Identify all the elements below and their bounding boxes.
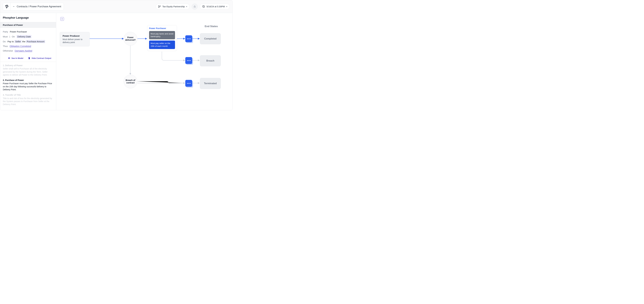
node-power-purchaser-panel[interactable]: Power Purchaser Must pay taxes and avoid…: [147, 25, 177, 51]
breadcrumb-current: Power Purchase Agreement: [30, 5, 61, 8]
expand-button-breach[interactable]: [185, 57, 192, 64]
expand-button-terminated[interactable]: [185, 80, 192, 87]
breadcrumb-pill: ← Contracts / Power Purchase Agreement: [3, 3, 64, 10]
eye-icon: [8, 57, 10, 59]
app-logo[interactable]: [3, 3, 11, 10]
end-state-terminated[interactable]: Terminated: [200, 78, 221, 89]
body: Phosphor Language Purchase of Power Part…: [0, 13, 232, 110]
branch-selector[interactable]: Tax Equity Partnership ▾: [156, 4, 190, 10]
end-state-breach[interactable]: Breach: [200, 55, 221, 66]
sidebar-title: Phosphor Language: [0, 13, 56, 22]
row-party: Party Power Purchaser: [3, 29, 53, 34]
see-in-model-button[interactable]: See In Model: [8, 57, 23, 59]
sidebar: Phosphor Language Purchase of Power Part…: [0, 13, 56, 110]
lock-icon: [193, 5, 196, 8]
node-breach-of-contract[interactable]: Breach of contract: [124, 75, 137, 88]
sidebar-action-row: See In Model Hide Contract Output: [0, 54, 56, 62]
timestamp-selector[interactable]: 5/16/24 at 5:30PM ▾: [200, 4, 230, 10]
panel-card-taxes[interactable]: Must pay taxes and avoid bankruptcy: [149, 31, 175, 39]
lock-button[interactable]: [192, 4, 198, 10]
app-frame: ← Contracts / Power Purchase Agreement T…: [0, 0, 232, 110]
back-arrow-icon[interactable]: ←: [12, 5, 15, 8]
clause-1[interactable]: 1. Delivery of Power Seller shall sell t…: [3, 64, 53, 76]
branch-label: Tax Equity Partnership: [162, 5, 185, 8]
diagram-canvas[interactable]: End States: [56, 13, 232, 110]
chip-seller[interactable]: Seller: [14, 40, 22, 43]
row-thus: Thus Obligation Completed: [3, 44, 53, 48]
link-damages-applied[interactable]: Damages Applied: [15, 50, 32, 52]
panel-card-pay-seller[interactable]: Must pay seller on the 15th of each mont…: [149, 40, 175, 49]
expand-button-completed[interactable]: [185, 35, 192, 42]
breadcrumb[interactable]: ← Contracts / Power Purchase Agreement: [11, 5, 64, 8]
section-heading[interactable]: Purchase of Power: [0, 22, 56, 28]
clause-3[interactable]: 3. Transfer of Title Title to and risk o…: [3, 94, 53, 106]
node-power-producer[interactable]: Power Producer Must deliver power to del…: [60, 32, 90, 46]
chip-purchase-amount[interactable]: Purchase Amount: [26, 40, 45, 43]
chevron-down-icon: ▾: [186, 6, 187, 8]
git-branch-icon: [158, 5, 161, 8]
link-obligation-completed[interactable]: Obligation Completed: [10, 45, 31, 48]
clause-structure: Party Power Purchaser Must | On Delivery…: [0, 28, 56, 54]
clause-2[interactable]: 2. Purchase of Power Power Purchaser mus…: [3, 79, 53, 91]
document-icon: [28, 57, 30, 59]
row-otherwise: Otherwise Damages Applied: [3, 48, 53, 53]
row-must-on: Must | On Delivery Date: [3, 34, 53, 39]
history-icon: [202, 5, 205, 8]
chip-delivery-date[interactable]: Delivery Date: [16, 35, 32, 38]
prism-icon: [5, 4, 9, 8]
topbar: ← Contracts / Power Purchase Agreement T…: [0, 0, 232, 13]
node-power-delivered[interactable]: Power delivered?: [124, 32, 137, 46]
chevron-down-icon: ▾: [226, 6, 227, 8]
hide-contract-output-button[interactable]: Hide Contract Output: [28, 57, 51, 59]
row-do: Do Pay to Seller the Purchase Amount: [3, 39, 53, 44]
end-state-completed[interactable]: Completed: [200, 33, 221, 44]
timestamp-label: 5/16/24 at 5:30PM: [206, 5, 225, 8]
svg-rect-3: [194, 6, 196, 8]
clause-list: 1. Delivery of Power Seller shall sell t…: [0, 62, 56, 110]
breadcrumb-prefix: Contracts: [17, 5, 28, 8]
